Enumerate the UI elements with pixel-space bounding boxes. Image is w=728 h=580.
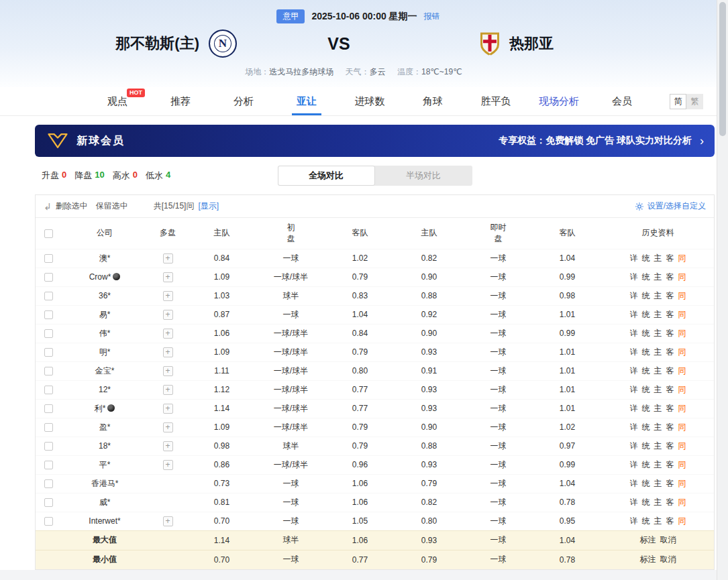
history-link[interactable]: 客 xyxy=(666,253,674,263)
history-link[interactable]: 主 xyxy=(654,385,662,394)
row-checkbox[interactable] xyxy=(44,423,53,432)
history-link[interactable]: 客 xyxy=(666,310,674,319)
company-name[interactable]: 金宝* xyxy=(95,366,115,375)
company-name[interactable]: 12* xyxy=(99,385,111,394)
row-checkbox[interactable] xyxy=(44,498,53,507)
history-link[interactable]: 统 xyxy=(642,272,650,282)
history-link[interactable]: 统 xyxy=(642,516,650,526)
history-link[interactable]: 同 xyxy=(678,366,686,375)
lang-traditional-button[interactable]: 繁 xyxy=(686,94,703,109)
history-link[interactable]: 统 xyxy=(642,347,650,357)
expand-odds-button[interactable]: + xyxy=(163,441,173,451)
history-link[interactable]: 统 xyxy=(642,329,650,338)
history-link[interactable]: 取消 xyxy=(660,555,676,564)
history-link[interactable]: 主 xyxy=(654,366,662,375)
history-link[interactable]: 详 xyxy=(630,441,638,451)
history-link[interactable]: 详 xyxy=(630,385,638,394)
history-link[interactable]: 统 xyxy=(642,291,650,300)
history-link[interactable]: 同 xyxy=(678,347,686,357)
history-link[interactable]: 客 xyxy=(666,479,674,488)
stat-item[interactable]: 升盘0 xyxy=(42,170,66,182)
history-link[interactable]: 统 xyxy=(642,479,650,488)
company-name[interactable]: Interwet* xyxy=(89,516,120,526)
row-checkbox[interactable] xyxy=(44,254,53,263)
history-link[interactable]: 同 xyxy=(678,498,686,507)
company-name[interactable]: 盈* xyxy=(99,422,111,432)
history-link[interactable]: 统 xyxy=(642,404,650,413)
row-checkbox[interactable] xyxy=(44,442,53,451)
history-link[interactable]: 同 xyxy=(678,460,686,469)
stat-item[interactable]: 高水0 xyxy=(113,170,138,182)
history-link[interactable]: 同 xyxy=(678,422,686,432)
history-link[interactable]: 同 xyxy=(678,253,686,263)
history-link[interactable]: 同 xyxy=(678,385,686,394)
row-checkbox[interactable] xyxy=(44,479,53,488)
history-link[interactable]: 详 xyxy=(630,516,638,526)
company-name[interactable]: 利* xyxy=(95,404,106,413)
nav-item[interactable]: 进球数 xyxy=(338,87,401,115)
nav-item[interactable]: 分析 xyxy=(212,87,275,115)
row-checkbox[interactable] xyxy=(44,310,53,319)
history-link[interactable]: 统 xyxy=(642,498,650,507)
history-link[interactable]: 主 xyxy=(654,441,662,451)
expand-odds-button[interactable]: + xyxy=(163,329,173,339)
company-name[interactable]: 36* xyxy=(99,291,111,300)
history-link[interactable]: 主 xyxy=(654,310,662,319)
row-checkbox[interactable] xyxy=(44,292,53,300)
row-checkbox[interactable] xyxy=(44,273,53,282)
keep-selected-button[interactable]: 保留选中 xyxy=(96,200,128,212)
history-link[interactable]: 详 xyxy=(630,404,638,413)
tab-half-match[interactable]: 半场对比 xyxy=(375,166,472,186)
history-link[interactable]: 同 xyxy=(678,272,686,282)
row-checkbox[interactable] xyxy=(44,517,53,526)
history-link[interactable]: 主 xyxy=(654,422,662,432)
row-checkbox[interactable] xyxy=(44,404,53,413)
history-link[interactable]: 主 xyxy=(654,498,662,507)
history-link[interactable]: 主 xyxy=(654,253,662,263)
nav-item[interactable]: 推荐 xyxy=(149,87,212,115)
history-link[interactable]: 同 xyxy=(678,441,686,451)
stat-item[interactable]: 降盘10 xyxy=(74,170,104,182)
history-link[interactable]: 主 xyxy=(654,291,662,300)
expand-odds-button[interactable]: + xyxy=(163,404,173,414)
company-name[interactable]: 易* xyxy=(99,310,111,319)
history-link[interactable]: 详 xyxy=(630,422,638,432)
history-link[interactable]: 标注 xyxy=(640,555,656,564)
history-link[interactable]: 主 xyxy=(654,516,662,526)
history-link[interactable]: 客 xyxy=(666,291,674,300)
company-name[interactable]: 香港马* xyxy=(91,479,119,488)
expand-odds-button[interactable]: + xyxy=(163,310,173,320)
history-link[interactable]: 客 xyxy=(666,329,674,338)
history-link[interactable]: 取消 xyxy=(660,535,676,544)
history-link[interactable]: 统 xyxy=(642,422,650,432)
history-link[interactable]: 同 xyxy=(678,516,686,526)
expand-odds-button[interactable]: + xyxy=(163,516,173,526)
show-link[interactable]: [显示] xyxy=(198,200,219,212)
scrollbar-thumb[interactable] xyxy=(719,2,726,136)
expand-odds-button[interactable]: + xyxy=(163,385,173,395)
history-link[interactable]: 主 xyxy=(654,479,662,488)
row-checkbox[interactable] xyxy=(44,367,53,375)
company-name[interactable]: Crow* xyxy=(89,272,111,282)
history-link[interactable]: 同 xyxy=(678,310,686,319)
history-link[interactable]: 详 xyxy=(630,366,638,375)
history-link[interactable]: 主 xyxy=(654,404,662,413)
company-name[interactable]: 明* xyxy=(99,347,111,357)
select-all-checkbox[interactable] xyxy=(44,229,53,238)
row-checkbox[interactable] xyxy=(44,348,53,357)
expand-odds-button[interactable]: + xyxy=(163,272,173,282)
history-link[interactable]: 详 xyxy=(630,310,638,319)
stat-item[interactable]: 低水4 xyxy=(146,170,170,182)
nav-item[interactable]: 亚让 xyxy=(275,87,338,115)
history-link[interactable]: 同 xyxy=(678,404,686,413)
history-link[interactable]: 标注 xyxy=(640,535,656,544)
company-name[interactable]: 18* xyxy=(99,441,111,451)
history-link[interactable]: 客 xyxy=(666,422,674,432)
nav-item[interactable]: 会员 xyxy=(590,87,654,115)
history-link[interactable]: 客 xyxy=(666,347,674,357)
history-link[interactable]: 统 xyxy=(642,385,650,394)
history-link[interactable]: 同 xyxy=(678,479,686,488)
nav-item[interactable]: 胜平负 xyxy=(464,87,527,115)
scrollbar[interactable] xyxy=(717,0,728,580)
row-checkbox[interactable] xyxy=(44,461,53,469)
